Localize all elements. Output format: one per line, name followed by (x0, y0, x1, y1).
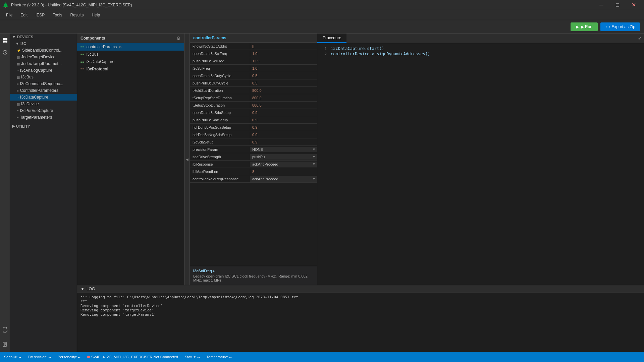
svg-rect-2 (3, 41, 5, 43)
sidebar-item-i3cbus[interactable]: ▦ I3cBus (10, 74, 77, 80)
menu-iesp[interactable]: IESP (32, 11, 48, 19)
procedure-tab[interactable]: Procedure (317, 34, 346, 43)
comp-icon-i3cbus: ≡≡ (80, 53, 85, 56)
minimize-button[interactable]: ─ (594, 0, 609, 10)
components-panel: Components ⚙ ≡≡ controllerParams ⚙ ≡≡ i3… (77, 34, 184, 285)
run-button[interactable]: ▶ ▶ Run (571, 22, 598, 31)
sidebar-item-sidebandbus[interactable]: ⚡ SidebandBusControl... (10, 47, 77, 54)
param-input-opendrainduty[interactable] (250, 73, 317, 78)
code-line-1: 1 i3cDataCapture.start() (317, 46, 644, 51)
param-row-hdrneg: hdrDdri3cNegSdaSetup (190, 131, 317, 138)
param-input-pushpull[interactable] (250, 58, 317, 64)
comp-item-i3cbus[interactable]: ≡≡ i3cBus (77, 51, 184, 58)
param-row-pushpullduty: pushPullI3cDutyCycle (190, 79, 317, 87)
param-input-tstopdur[interactable] (250, 103, 317, 108)
sidebar-icons (0, 34, 10, 352)
run-label: ▶ Run (581, 24, 592, 29)
sidebar-item-datacap[interactable]: ~ I3cDataCapture (10, 94, 77, 101)
param-name-hdrpos: hdrDdri3cPosSdaSetup (190, 124, 250, 130)
app-logo: 🌲 (3, 2, 8, 8)
param-desc-title: i2cSclFreq ♦ (193, 269, 314, 273)
maximize-button[interactable]: □ (610, 0, 625, 10)
sidebar-item-jedecparam[interactable]: ▦ JedecTargetParamet... (10, 60, 77, 67)
sidebar-item-device[interactable]: ▦ I3cDevice (10, 101, 77, 107)
menu-help[interactable]: Help (88, 11, 103, 19)
param-input-opendrainSda[interactable] (250, 110, 317, 115)
purvue-label: I3cPurVueCapture (20, 108, 53, 113)
code-text-2: controllerDevice.assignDynamicAddresses(… (331, 52, 430, 56)
jedectarget-icon: ▦ (17, 55, 20, 59)
menu-edit[interactable]: Edit (17, 11, 31, 19)
menu-tools[interactable]: Tools (49, 11, 65, 19)
expand-procedure-button[interactable]: ⤢ (635, 35, 644, 42)
param-input-tsetup[interactable] (250, 95, 317, 101)
param-value-container-pushpullSda (250, 117, 317, 123)
comp-icon-controllerparams: ≡≡ (80, 45, 85, 49)
param-name-ibimaxread: ibiMaxReadLen (190, 169, 250, 175)
comp-item-controllerparams[interactable]: ≡≡ controllerParams ⚙ (77, 43, 184, 51)
param-input-i2cscl[interactable] (250, 66, 317, 71)
sidebar-item-ctrlparams[interactable]: ≡ ControllerParameters (10, 87, 77, 94)
param-input-pushpullSda[interactable] (250, 117, 317, 123)
param-input-knowni3c[interactable] (250, 44, 317, 49)
datacap-icon: ~ (17, 96, 19, 99)
export-label: ↑ Export as Zip (608, 24, 635, 29)
comp-item-i3cdatacap[interactable]: ≡≡ i3cDataCapture (77, 58, 184, 65)
param-input-hdrneg[interactable] (250, 132, 317, 137)
param-value-container-tstopdur (250, 103, 317, 108)
close-button[interactable]: ✕ (626, 0, 641, 10)
procedure-panel: Procedure ⤢ 1 i3cDataCapture.start() 2 c… (317, 34, 644, 285)
status-fw: Fw revision: -- (28, 355, 51, 359)
param-input-opendrain[interactable] (250, 51, 317, 56)
param-value-container-hdrpos (250, 125, 317, 130)
param-row-precision: precisionParam NONE ▼ (190, 146, 317, 153)
toolbar: ▶ ▶ Run ↑ ↑ Export as Zip (0, 20, 644, 34)
sidebar-item-targetparams[interactable]: ≡ TargetParameters (10, 114, 77, 121)
code-line-2: 2 controllerDevice.assignDynamicAddresse… (317, 51, 644, 57)
sidebar-script-icon[interactable] (0, 340, 10, 349)
sidebar-history-icon[interactable] (0, 48, 10, 57)
param-select-sdadrive[interactable]: pushPull (250, 154, 317, 160)
export-button[interactable]: ↑ ↑ Export as Zip (600, 22, 640, 31)
param-name-pushpullSda: pushPullI3cSdaSetup (190, 117, 250, 123)
comp-item-i3cprotocol[interactable]: ≡≡ i3cProtocol (77, 65, 184, 73)
param-row-ibi: ibiResponse ackAndProceed ▼ (190, 161, 317, 168)
code-text-1: i3cDataCapture.start() (331, 46, 384, 51)
status-bar: Serial #: -- Fw revision: -- Personality… (0, 352, 644, 362)
components-title: Components (80, 36, 105, 41)
param-input-pushpullduty[interactable] (250, 80, 317, 86)
param-row-i2cscl: i2cSclFreq (190, 65, 317, 72)
sidebar-item-cmdseq[interactable]: ≡ I3cCommandSequenc... (10, 80, 77, 87)
param-value-container-ibimaxread (250, 169, 317, 174)
param-name-hdrneg: hdrDdri3cNegSdaSetup (190, 132, 250, 138)
status-device: SV4E_4L2G_MIPI_I3C_EXERCISER Not Connect… (87, 355, 178, 359)
param-input-i2csda[interactable] (250, 139, 317, 145)
param-input-thold[interactable] (250, 88, 317, 93)
param-input-hdrpos[interactable] (250, 125, 317, 130)
sidebar-item-jedectarget[interactable]: ▦ JedecTargetDevice (10, 54, 77, 60)
devices-section-header[interactable]: ▼ DEVICES (10, 34, 77, 40)
collapse-panel-button[interactable]: ◀ (184, 34, 190, 285)
menu-results[interactable]: Results (67, 11, 87, 19)
i3c-section-header[interactable]: ▼ I3C (10, 40, 77, 47)
analogcap-icon: ~ (17, 69, 19, 72)
param-select-ctrlrole[interactable]: ackAndProceed (250, 176, 317, 182)
param-select-ibi[interactable]: ackAndProceed (250, 162, 317, 167)
param-select-precision[interactable]: NONE (250, 147, 317, 152)
menu-file[interactable]: File (3, 11, 16, 19)
params-panel: controllerParams knownI3cStaticAddrs ope… (190, 34, 317, 285)
log-content: *** Logging to file: C:\Users\wuhailei\A… (77, 293, 644, 352)
sidebar-devices-icon[interactable] (0, 36, 10, 45)
i3c-chevron-icon: ▼ (15, 42, 19, 46)
title-bar-left: 🌲 Pinetree (v 23.3.0) - Untitled (SV4E_4… (3, 2, 132, 8)
sidebar-item-purvue[interactable]: ~ I3cPurVueCapture (10, 107, 77, 114)
param-value-container-knowni3c (250, 44, 317, 49)
sidebar-item-analogcap[interactable]: ~ I3cAnalogCapture (10, 67, 77, 74)
status-serial: Serial #: -- (4, 355, 21, 359)
utility-section-header[interactable]: ▶ UTILITY (10, 123, 77, 130)
components-settings-button[interactable]: ⚙ (176, 36, 181, 41)
sidebar-refresh-icon[interactable] (0, 325, 10, 335)
param-input-ibimaxread[interactable] (250, 169, 317, 174)
line-num-2: 2 (317, 52, 331, 56)
params-header: controllerParams (190, 34, 317, 43)
